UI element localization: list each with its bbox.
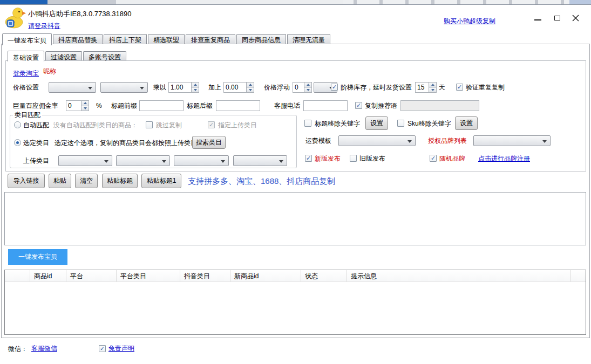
price-mode-dropdown-2[interactable] [100, 82, 148, 93]
header-cell-product-id[interactable]: 商品id [30, 270, 66, 281]
paste-button[interactable]: 粘贴 [49, 174, 71, 188]
price-mode-dropdown-1[interactable] [49, 82, 96, 93]
app-logo-duck-icon [3, 6, 26, 30]
disclaimer-link[interactable]: 免责声明 [108, 344, 134, 353]
search-category-button[interactable]: 搜索类目 [192, 136, 226, 149]
result-table-header: 商品id 平台 平台类目 抖音类目 新商品id 状态 提示信息 [5, 270, 586, 282]
spin-up-icon[interactable] [247, 83, 254, 88]
verify-duplicate-checkbox[interactable] [456, 84, 463, 91]
ladder-stock-label: 阶梯库存，延时发货设置 [341, 82, 412, 93]
publish-button[interactable]: 一键发布宝贝 [8, 249, 67, 265]
delay-days-input[interactable] [415, 82, 429, 93]
main-tab-replace[interactable]: 抖店商品替换 [53, 34, 103, 44]
clear-button[interactable]: 清空 [75, 174, 98, 188]
title-suffix-input[interactable] [216, 100, 260, 111]
ladder-stock-checkbox[interactable] [331, 84, 338, 91]
service-phone-input[interactable] [303, 100, 348, 111]
header-cell-message[interactable]: 提示信息 [347, 270, 571, 281]
delay-days-spinner [415, 82, 437, 93]
spin-down-icon[interactable] [429, 88, 436, 93]
settings-tab-basic[interactable]: 基础设置 [8, 51, 44, 61]
days-label: 天 [439, 82, 445, 93]
multiply-spinner [168, 82, 199, 93]
commission-spinner [66, 100, 89, 111]
main-tab-sync-info[interactable]: 同步商品信息 [236, 34, 286, 44]
title-remove-set-button[interactable]: 设置 [365, 116, 388, 130]
spin-down-icon[interactable] [81, 106, 89, 111]
title-prefix-input[interactable] [139, 100, 184, 111]
main-tab-clean-traffic[interactable]: 清理无流量 [287, 34, 330, 44]
header-cell-platform[interactable]: 平台 [66, 270, 117, 281]
auto-match-radio[interactable] [14, 121, 21, 128]
commission-label: 巨量百应佣金率 [13, 100, 58, 111]
settings-tab-multi-account[interactable]: 多账号设置 [83, 51, 126, 60]
category-match-title: 类目匹配 [13, 111, 42, 119]
old-publish-label: 旧版发布 [359, 153, 385, 164]
link-input-area[interactable] [4, 192, 586, 245]
maximize-button[interactable] [549, 11, 565, 25]
spin-down-icon[interactable] [304, 88, 311, 93]
multiply-input[interactable] [168, 82, 191, 93]
close-button[interactable] [568, 11, 583, 25]
spin-up-icon[interactable] [429, 83, 436, 88]
disclaimer-checkbox[interactable] [99, 345, 106, 352]
header-cell-select[interactable] [5, 270, 30, 281]
strip-gray-segment [47, 0, 116, 4]
spin-up-icon[interactable] [192, 83, 199, 88]
spin-down-icon[interactable] [247, 88, 254, 93]
select-category-radio[interactable] [14, 139, 21, 146]
title-remove-checkbox[interactable] [304, 120, 311, 127]
auth-brand-dropdown[interactable] [473, 135, 551, 146]
spin-down-icon[interactable] [192, 88, 199, 93]
main-tab-up-down[interactable]: 抖店上下架 [104, 34, 147, 44]
price-float-input[interactable] [293, 82, 304, 93]
commission-input[interactable] [66, 100, 81, 111]
random-brand-label: 随机品牌 [439, 153, 465, 164]
main-tab-alliance[interactable]: 精选联盟 [148, 34, 185, 44]
main-tab-duplicate-check[interactable]: 排查重复商品 [186, 34, 235, 44]
header-cell-douyin-category[interactable]: 抖音类目 [180, 270, 230, 281]
upload-category-dropdown-1[interactable] [58, 155, 112, 166]
spin-up-icon[interactable] [304, 83, 311, 88]
settings-tab-filter[interactable]: 过滤设置 [45, 51, 82, 60]
verify-duplicate-label: 验证重复复制 [466, 82, 505, 93]
header-cell-new-product-id[interactable]: 新商品id [230, 270, 301, 281]
app-title: 小鸭抖店助手IE8,3.0.7738.31890 [28, 9, 132, 19]
plus-input[interactable] [223, 82, 246, 93]
login-taobao-link[interactable]: 登录淘宝 [13, 69, 39, 78]
strip-right-segment [569, 0, 591, 4]
paste-title1-button[interactable]: 粘贴标题1 [141, 174, 181, 188]
upload-category-dropdown-3[interactable] [174, 155, 229, 166]
buy-super-copy-link[interactable]: 购买小鸭超级复制 [444, 17, 495, 26]
random-brand-checkbox[interactable] [430, 155, 437, 162]
header-cell-platform-category[interactable]: 平台类目 [117, 270, 180, 281]
multiply-spin-buttons [191, 82, 199, 93]
plus-label: 加上 [208, 82, 221, 93]
login-douyin-link[interactable]: 请登录抖音 [28, 22, 60, 31]
auto-match-label: 自动匹配 [23, 120, 49, 131]
multiply-label: 乘以 [153, 82, 166, 93]
brand-register-link[interactable]: 点击进行品牌注册 [478, 154, 530, 163]
upload-category-label: 上传类目 [23, 155, 49, 166]
main-tab-publish[interactable]: 一键发布宝贝 [2, 33, 52, 45]
price-float-label: 价格浮动 [264, 82, 290, 93]
select-category-label: 选定类目 [23, 138, 49, 148]
upload-category-dropdown-4[interactable] [233, 155, 287, 166]
copy-slogan-checkbox[interactable] [355, 102, 362, 109]
sku-remove-checkbox[interactable] [397, 120, 404, 127]
header-cell-status[interactable]: 状态 [301, 270, 347, 281]
import-link-button[interactable]: 导入链接 [8, 174, 45, 188]
shipping-template-dropdown[interactable] [338, 135, 416, 146]
sku-remove-set-button[interactable]: 设置 [455, 116, 478, 130]
assign-category-label: 指定上传类目 [218, 120, 257, 131]
minimize-button[interactable] [530, 11, 545, 25]
new-publish-checkbox[interactable] [305, 155, 312, 162]
old-publish-checkbox[interactable] [350, 155, 357, 162]
delay-days-spin-buttons [429, 82, 437, 93]
skip-copy-checkbox[interactable] [146, 121, 153, 128]
assign-category-checkbox [208, 121, 215, 128]
spin-up-icon[interactable] [81, 101, 89, 106]
paste-title-button[interactable]: 粘贴标题 [102, 174, 138, 188]
upload-category-dropdown-2[interactable] [116, 155, 170, 166]
wechat-service-link[interactable]: 客服微信 [31, 344, 57, 353]
